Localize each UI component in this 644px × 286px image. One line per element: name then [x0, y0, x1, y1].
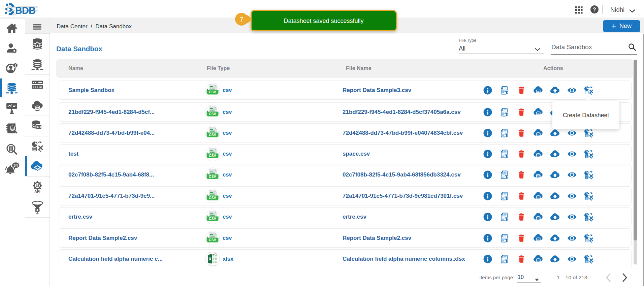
- svg-text:CSV: CSV: [209, 90, 216, 94]
- svg-text:BDB: BDB: [15, 5, 35, 16]
- svg-text:CSV: CSV: [209, 174, 216, 178]
- svg-text:CSV: CSV: [209, 217, 216, 220]
- svg-text:X: X: [208, 257, 211, 261]
- svg-text:?: ?: [593, 7, 596, 12]
- svg-text:CSV: CSV: [209, 133, 216, 136]
- svg-text:CSV: CSV: [209, 112, 216, 116]
- svg-text:7: 7: [240, 16, 244, 23]
- svg-text:CSV: CSV: [209, 238, 216, 242]
- svg-text:CSV: CSV: [209, 154, 216, 157]
- svg-text:CSV: CSV: [209, 196, 216, 199]
